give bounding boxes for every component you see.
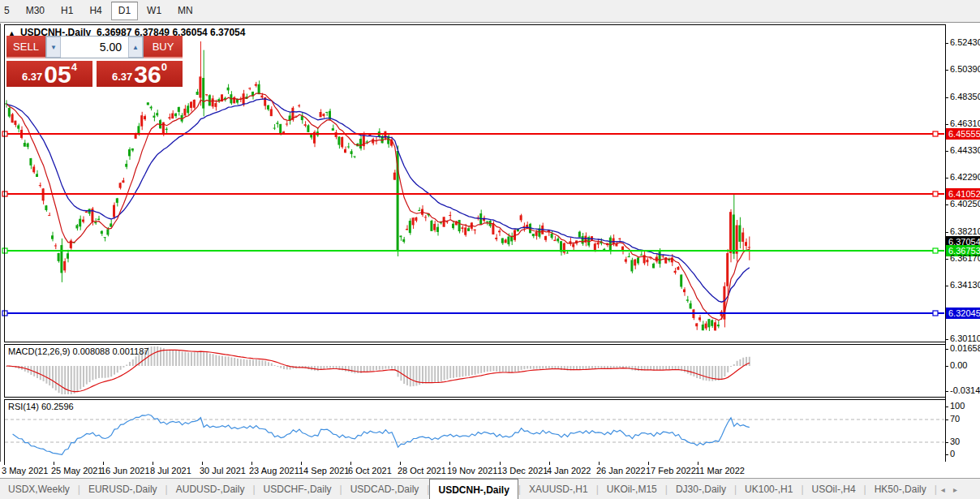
volume-decrease-button[interactable]: ▼ [46, 37, 61, 58]
date-tick [698, 462, 698, 465]
date-tick [500, 462, 501, 465]
axis-label: 6.44330 [950, 145, 980, 155]
axis-tick [945, 339, 948, 340]
volume-input[interactable]: 5.00 [61, 37, 128, 58]
date-label: 30 Jul 2021 [200, 466, 246, 475]
axis-tick [945, 43, 948, 44]
rsi-indicator-label: RSI(14) 60.2596 [8, 402, 74, 411]
tab-usdchf-daily[interactable]: USDCHF-,Daily [256, 479, 340, 499]
date-tick [153, 462, 153, 465]
axis-tick [945, 419, 948, 420]
timeframe-button-m30[interactable]: M30 [19, 2, 52, 20]
date-tick [599, 462, 600, 465]
date-label: 6 Oct 2021 [348, 466, 392, 475]
date-label: 25 May 2021 [51, 466, 103, 475]
window-left-edge [0, 24, 1, 478]
sell-price-sup: 4 [71, 61, 77, 73]
sell-price-display[interactable]: 6.37 05 4 [6, 61, 92, 87]
timeframe-button-5[interactable]: 5 [0, 2, 17, 20]
buy-button[interactable]: BUY [144, 36, 183, 58]
timeframe-button-h1[interactable]: H1 [54, 2, 80, 20]
down-arrow-icon: ▼ [50, 44, 57, 51]
tab-xauusd-h1[interactable]: XAUUSD-,H1 [521, 479, 596, 499]
axis-tick [945, 70, 948, 71]
tab-eurusd-daily[interactable]: EURUSD-,Daily [80, 479, 165, 499]
axis-label: 6.50390 [950, 64, 980, 74]
macd-indicator-label: MACD(12,26,9) 0.008088 0.001187 [8, 346, 148, 356]
timeframe-button-h4[interactable]: H4 [82, 2, 109, 20]
axis-tick [945, 232, 948, 233]
buy-price-big: 36 [134, 64, 161, 85]
tab-usdcad-daily[interactable]: USDCAD-,Daily [342, 479, 428, 499]
up-arrow-icon: ▲ [132, 44, 139, 51]
axis-tick [945, 259, 948, 260]
axis-label: 6.52430 [950, 37, 980, 47]
tab-hk50-daily[interactable]: HK50-,Daily [866, 479, 935, 499]
symbol-tab-bar: USDX,Weekly|EURUSD-,Daily|AUDUSD-,Daily|… [0, 478, 980, 499]
tab-scroll-right-button[interactable]: ▸ [949, 479, 961, 499]
axis-tick [945, 178, 948, 179]
date-label: 3 May 2021 [2, 466, 48, 475]
timeframe-toolbar: 5M30H1H4D1W1MN [0, 0, 980, 23]
axis-tick [945, 391, 948, 392]
sell-button[interactable]: SELL [6, 36, 45, 58]
date-label: 4 Jan 2022 [547, 466, 591, 475]
axis-tick [945, 407, 948, 407]
timeframe-button-w1[interactable]: W1 [140, 2, 169, 20]
tab-ukoil-m15[interactable]: UKOil-,M15 [599, 479, 665, 499]
sell-price-small: 6.37 [22, 71, 42, 83]
trading-terminal-window: 5M30H1H4D1W1MN ▲USDCNH-,Daily 6.36987 6.… [0, 0, 980, 499]
axis-label: 0.00 [950, 360, 967, 370]
date-tick [103, 462, 104, 465]
volume-stepper: ▼ 5.00 ▲ [45, 36, 144, 58]
timeframe-button-mn[interactable]: MN [170, 2, 200, 20]
date-label: 23 Aug 2021 [249, 466, 299, 475]
rsi-series [5, 415, 944, 455]
buy-price-small: 6.37 [112, 71, 132, 83]
date-tick [449, 462, 450, 465]
date-label: 28 Oct 2021 [398, 466, 446, 475]
tab-usdcnh-daily[interactable]: USDCNH-,Daily [429, 479, 518, 499]
date-axis: 3 May 202125 May 202116 Jun 20218 Jul 20… [0, 462, 980, 478]
date-label: 19 Nov 2021 [447, 466, 497, 475]
axis-label: 6.36170 [950, 253, 980, 263]
price-badge-6-32045: 6.32045 [946, 308, 980, 319]
axis-tick [945, 97, 948, 98]
tab-scroll-left-button[interactable]: ◂ [937, 479, 949, 499]
axis-tick [945, 286, 948, 286]
axis-label: 6.38210 [950, 226, 980, 236]
date-tick [4, 462, 5, 465]
axis-tick [945, 124, 948, 125]
axis-label: 0 [950, 449, 955, 458]
axis-label: 6.48350 [950, 92, 980, 101]
axis-label: -0.031423 [950, 385, 980, 395]
axis-tick [945, 349, 948, 350]
buy-price-display[interactable]: 6.37 36 0 [97, 61, 183, 87]
candlestick-chart-canvas[interactable] [0, 24, 980, 499]
date-label: 16 Jun 2021 [101, 466, 150, 475]
date-tick [350, 462, 351, 465]
volume-increase-button[interactable]: ▲ [128, 37, 143, 58]
axis-label: 70 [950, 414, 960, 424]
date-tick [549, 462, 550, 465]
date-label: 17 Feb 2022 [646, 466, 696, 475]
axis-tick [945, 204, 948, 205]
tab-audusd-daily[interactable]: AUDUSD-,Daily [168, 479, 253, 499]
timeframe-button-d1[interactable]: D1 [111, 2, 138, 20]
tab-usoil-h4[interactable]: USOil-,H4 [804, 479, 864, 499]
date-label: 13 Dec 2021 [497, 466, 548, 475]
tab-uk100-h1[interactable]: UK100-,H1 [737, 479, 801, 499]
date-tick [251, 462, 252, 465]
axis-tick [945, 151, 948, 152]
buy-price-sup: 0 [161, 61, 167, 73]
tab-dj30-daily[interactable]: DJ30-,Daily [668, 479, 734, 499]
date-label: 26 Jan 2022 [596, 466, 646, 475]
axis-label: 30 [950, 437, 960, 446]
axis-tick [945, 454, 948, 455]
date-tick [202, 462, 203, 465]
date-tick [54, 462, 54, 465]
tab-usdx-weekly[interactable]: USDX,Weekly [0, 479, 78, 499]
date-label: 14 Sep 2021 [299, 466, 349, 475]
date-tick [648, 462, 649, 465]
axis-label: 100 [950, 401, 965, 411]
